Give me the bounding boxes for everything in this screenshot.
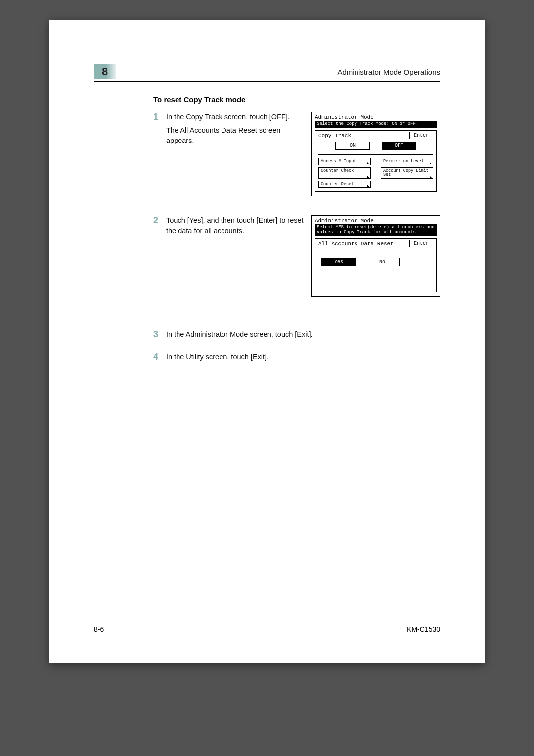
- lcd1-title: Administrator Mode: [315, 114, 437, 120]
- lcd2-message: Select YES to reset(delete) all counters…: [315, 224, 437, 236]
- lcd1-message: Select the Copy Track mode: ON or OFF.: [315, 121, 437, 128]
- page-header: 8 Administrator Mode Operations: [94, 64, 440, 82]
- chapter-number: 8: [102, 65, 108, 78]
- lcd1-inner-panel: Copy Track Enter ON OFF Access # Input P…: [315, 130, 437, 192]
- enter-button[interactable]: Enter: [409, 132, 433, 139]
- step-number: 2: [153, 215, 166, 226]
- step-number: 4: [153, 352, 166, 362]
- step-3: 3 In the Administrator Mode screen, touc…: [153, 330, 440, 340]
- step-4-text: In the Utility screen, touch [Exit].: [166, 352, 440, 362]
- step-2-line: Touch [Yes], and then touch [Enter] to r…: [166, 216, 304, 235]
- step-number: 1: [153, 112, 166, 122]
- lcd2-title: Administrator Mode: [315, 218, 437, 224]
- counter-check-button[interactable]: Counter Check: [318, 167, 371, 179]
- lcd-panel-2: Administrator Mode Select YES to reset(d…: [312, 215, 440, 297]
- on-button[interactable]: ON: [335, 142, 370, 150]
- running-header-title: Administrator Mode Operations: [337, 68, 440, 76]
- step-1-line: In the Copy Track screen, touch [OFF].: [166, 113, 290, 121]
- permission-level-button[interactable]: Permission Level: [381, 158, 433, 165]
- screenshot-copy-track: Administrator Mode Select the Copy Track…: [312, 112, 440, 196]
- no-button[interactable]: No: [365, 258, 400, 266]
- lcd-panel-1: Administrator Mode Select the Copy Track…: [312, 112, 440, 196]
- document-page: 8 Administrator Mode Operations To reset…: [49, 20, 485, 663]
- yes-no-row: Yes No: [321, 258, 433, 266]
- lcd2-panel-label: All Accounts Data Reset: [318, 241, 394, 247]
- section-heading: To reset Copy Track mode: [153, 95, 440, 104]
- step-2: 2 Touch [Yes], and then touch [Enter] to…: [153, 215, 440, 297]
- counter-reset-button[interactable]: Counter Reset: [318, 181, 371, 188]
- step-text: Touch [Yes], and then touch [Enter] to r…: [166, 215, 312, 236]
- lcd1-button-grid: Access # Input Permission Level Counter …: [318, 154, 433, 188]
- lcd2-inner-panel: All Accounts Data Reset Enter Yes No: [315, 238, 437, 292]
- screenshot-reset-confirm: Administrator Mode Select YES to reset(d…: [312, 215, 440, 297]
- enter-button[interactable]: Enter: [409, 240, 433, 247]
- step-number: 3: [153, 330, 166, 340]
- step-1: 1 In the Copy Track screen, touch [OFF].…: [153, 112, 440, 196]
- account-copy-limit-button[interactable]: Account Copy Limit Set: [381, 167, 433, 179]
- footer-model: KM-C1530: [407, 625, 440, 633]
- on-off-row: ON OFF: [318, 142, 433, 150]
- page-footer: 8-6 KM-C1530: [94, 623, 440, 633]
- lcd1-panel-label: Copy Track: [318, 133, 351, 139]
- step-4: 4 In the Utility screen, touch [Exit].: [153, 352, 440, 362]
- step-3-text: In the Administrator Mode screen, touch …: [166, 330, 440, 340]
- yes-button[interactable]: Yes: [321, 258, 356, 266]
- access-input-button[interactable]: Access # Input: [318, 158, 371, 165]
- step-1-subtext: The All Accounts Data Reset screen appea…: [166, 125, 304, 146]
- off-button[interactable]: OFF: [382, 142, 416, 150]
- footer-page-number: 8-6: [94, 625, 104, 633]
- chapter-number-tab: 8: [94, 64, 116, 79]
- step-text: In the Copy Track screen, touch [OFF]. T…: [166, 112, 312, 146]
